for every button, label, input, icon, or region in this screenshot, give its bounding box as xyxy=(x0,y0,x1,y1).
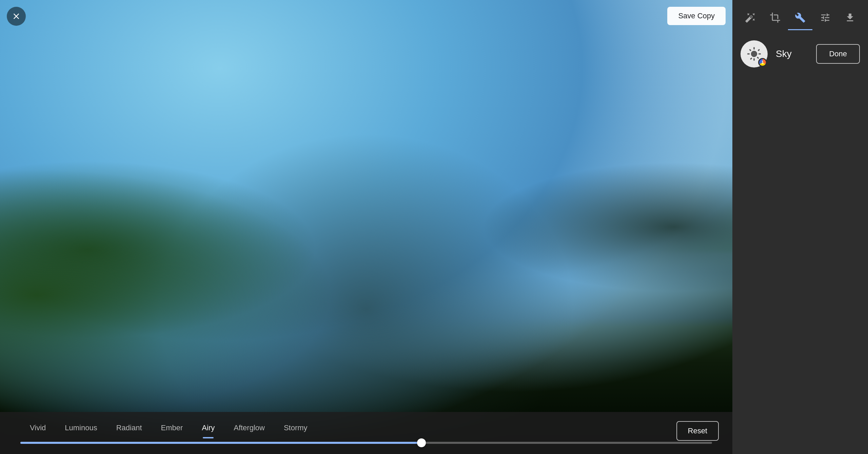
filter-strip: VividLuminousRadiantEmberAiryAfterglowSt… xyxy=(0,412,732,454)
reset-button[interactable]: Reset xyxy=(676,421,719,441)
export-icon xyxy=(845,12,855,23)
close-button[interactable] xyxy=(7,7,26,26)
magic-wand-icon xyxy=(745,12,756,23)
toolbar-magic-button[interactable] xyxy=(738,7,763,30)
done-button[interactable]: Done xyxy=(816,44,860,64)
filter-item-radiant[interactable]: Radiant xyxy=(107,420,152,436)
filter-item-stormy[interactable]: Stormy xyxy=(274,420,317,436)
toolbar-crop-button[interactable] xyxy=(763,7,787,30)
photo-area: Save Copy VividLuminousRadiantEmberAiryA… xyxy=(0,0,732,454)
toolbar-adjust-button[interactable] xyxy=(788,7,812,30)
save-copy-button[interactable]: Save Copy xyxy=(667,7,726,25)
slider-container xyxy=(14,442,719,444)
toolbar-export-button[interactable] xyxy=(838,7,862,30)
slider-thumb[interactable] xyxy=(417,438,426,447)
filter-item-afterglow[interactable]: Afterglow xyxy=(224,420,274,436)
photo-background xyxy=(0,0,732,454)
sidebar: 1 Sky Done xyxy=(732,0,868,454)
slider-fill xyxy=(20,442,421,444)
filter-item-airy[interactable]: Airy xyxy=(192,420,224,436)
filter-list: VividLuminousRadiantEmberAiryAfterglowSt… xyxy=(14,420,317,436)
filter-row: VividLuminousRadiantEmberAiryAfterglowSt… xyxy=(14,420,719,442)
filter-item-luminous[interactable]: Luminous xyxy=(55,420,106,436)
filter-item-ember[interactable]: Ember xyxy=(152,420,193,436)
badge: 1 xyxy=(758,58,767,67)
toolbar xyxy=(732,0,868,31)
filters-icon xyxy=(820,12,831,23)
toolbar-filters-button[interactable] xyxy=(813,7,837,30)
filter-item-vivid[interactable]: Vivid xyxy=(20,420,55,436)
close-icon xyxy=(12,12,21,21)
filter-slider[interactable] xyxy=(20,442,712,444)
forest-overlay xyxy=(0,0,732,454)
sky-label: Sky xyxy=(776,48,792,59)
sky-section: 1 Sky Done xyxy=(732,31,868,77)
adjust-icon xyxy=(795,12,806,23)
crop-icon xyxy=(770,12,781,23)
sky-icon-container: 1 xyxy=(741,40,768,67)
